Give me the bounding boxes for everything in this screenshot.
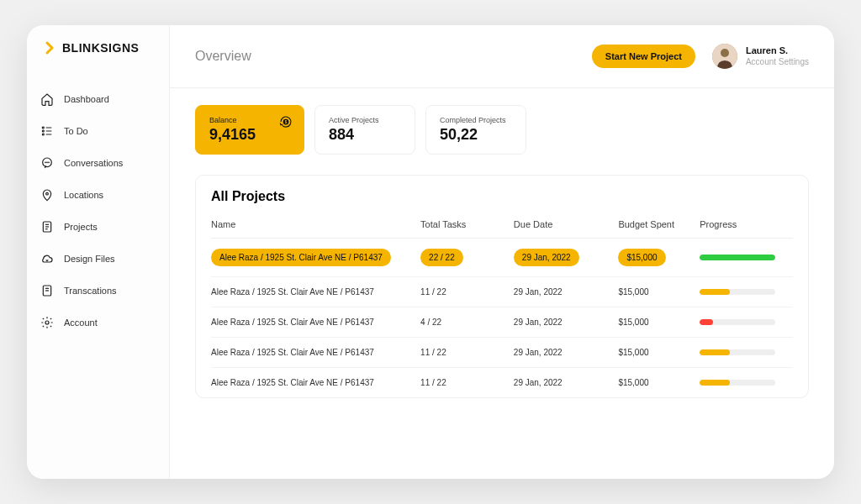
col-tasks: Total Tasks <box>420 213 514 239</box>
cell-budget: $15,000 <box>618 287 648 297</box>
sidebar-item-label: Conversations <box>64 158 123 168</box>
sidebar-item-dashboard[interactable]: Dashboard <box>39 89 157 109</box>
progress-bar <box>700 289 775 295</box>
table-header-row: Name Total Tasks Due Date Budget Spent P… <box>211 213 793 239</box>
progress-fill <box>700 319 713 325</box>
page-title: Overview <box>195 49 251 64</box>
active-projects-card[interactable]: Active Projects 884 <box>314 105 415 155</box>
chat-icon <box>40 156 54 170</box>
cell-budget: $15,000 <box>618 378 648 387</box>
cell-due: 29 Jan, 2022 <box>514 287 563 297</box>
cell-name: Alee Raza / 1925 St. Clair Ave NE / P614… <box>211 287 374 297</box>
sidebar-item-locations[interactable]: Locations <box>39 185 157 205</box>
projects-panel: All Projects Name Total Tasks Due Date B… <box>195 175 809 398</box>
sidebar-item-conversations[interactable]: Conversations <box>39 153 157 173</box>
profile-name: Lauren S. <box>746 45 809 56</box>
progress-fill <box>700 255 775 260</box>
table-row[interactable]: Alee Raza / 1925 St. Clair Ave NE / P614… <box>211 338 793 368</box>
table-row[interactable]: Alee Raza / 1925 St. Clair Ave NE / P614… <box>211 307 793 338</box>
progress-bar <box>700 319 775 325</box>
sidebar-item-account[interactable]: Account <box>39 312 157 333</box>
table-row[interactable]: Alee Raza / 1925 St. Clair Ave NE / P614… <box>211 368 793 398</box>
col-due: Due Date <box>514 213 619 239</box>
cell-due: 29 Jan, 2022 <box>514 378 563 387</box>
topbar-right: Start New Project Lauren S. Account Sett… <box>592 44 809 69</box>
chevron-right-icon <box>42 40 57 55</box>
sidebar-item-label: Transcations <box>64 286 117 296</box>
sidebar-item-to-do[interactable]: To Do <box>39 121 157 141</box>
svg-point-7 <box>45 162 46 163</box>
sidebar-item-projects[interactable]: Projects <box>39 217 157 237</box>
projects-table: Name Total Tasks Due Date Budget Spent P… <box>211 213 793 397</box>
card-label: Active Projects <box>329 116 401 124</box>
svg-point-2 <box>42 134 44 135</box>
sidebar: BLINKSIGNS DashboardTo DoConversationsLo… <box>27 25 170 479</box>
card-value: 884 <box>329 126 401 144</box>
cell-tasks: 11 / 22 <box>420 378 446 387</box>
brand-name: BLINKSIGNS <box>62 41 139 55</box>
sidebar-item-design-files[interactable]: Design Files <box>39 249 157 269</box>
cell-budget: $15,000 <box>618 249 665 266</box>
svg-point-10 <box>46 192 49 195</box>
profile-settings-link: Account Settings <box>746 57 809 67</box>
receipt-icon <box>40 284 54 297</box>
sidebar-item-label: Projects <box>64 222 98 232</box>
cell-name: Alee Raza / 1925 St. Clair Ave NE / P614… <box>211 348 374 357</box>
progress-bar <box>700 349 775 355</box>
sidebar-item-label: Account <box>64 318 98 328</box>
cell-due: 29 Jan, 2022 <box>514 318 563 327</box>
svg-point-8 <box>47 162 48 163</box>
progress-bar <box>700 380 775 386</box>
sidebar-item-label: Locations <box>64 190 103 200</box>
progress-bar <box>700 255 775 260</box>
profile-menu[interactable]: Lauren S. Account Settings <box>712 44 809 69</box>
cell-name: Alee Raza / 1925 St. Clair Ave NE / P614… <box>211 249 391 266</box>
panel-title: All Projects <box>211 189 793 204</box>
main-content: Overview Start New Project Lauren S. Acc… <box>170 25 834 479</box>
refresh-dollar-icon: $ <box>278 114 293 133</box>
topbar: Overview Start New Project Lauren S. Acc… <box>170 25 834 88</box>
cell-name: Alee Raza / 1925 St. Clair Ave NE / P614… <box>211 318 374 327</box>
cloud-icon <box>40 252 54 265</box>
content-area: Balance 9,4165 $ Active Projects 884 Com… <box>170 88 834 479</box>
completed-projects-card[interactable]: Completed Projects 50,22 <box>425 105 526 155</box>
sidebar-item-transcations[interactable]: Transcations <box>39 281 157 301</box>
svg-point-1 <box>42 130 44 132</box>
cell-tasks: 11 / 22 <box>420 287 446 297</box>
table-row[interactable]: Alee Raza / 1925 St. Clair Ave NE / P614… <box>211 239 793 277</box>
profile-text: Lauren S. Account Settings <box>746 45 809 66</box>
cell-tasks: 11 / 22 <box>420 348 446 357</box>
pin-icon <box>40 188 54 202</box>
home-icon <box>40 92 54 106</box>
col-budget: Budget Spent <box>618 213 700 239</box>
nav-list: DashboardTo DoConversationsLocationsProj… <box>39 89 157 333</box>
card-label: Completed Projects <box>440 116 512 124</box>
progress-fill <box>700 349 730 355</box>
cell-tasks: 22 / 22 <box>420 249 463 266</box>
col-name: Name <box>211 213 420 239</box>
cell-budget: $15,000 <box>618 318 648 327</box>
svg-point-18 <box>45 321 49 324</box>
brand-logo[interactable]: BLINKSIGNS <box>39 40 157 55</box>
progress-fill <box>700 289 730 295</box>
stats-cards: Balance 9,4165 $ Active Projects 884 Com… <box>195 105 809 155</box>
start-new-project-button[interactable]: Start New Project <box>592 45 695 68</box>
progress-fill <box>700 380 730 386</box>
cell-due: 29 Jan, 2022 <box>514 348 563 357</box>
list-icon <box>40 124 54 138</box>
app-window: BLINKSIGNS DashboardTo DoConversationsLo… <box>27 25 834 479</box>
cell-tasks: 4 / 22 <box>420 318 441 327</box>
balance-card[interactable]: Balance 9,4165 $ <box>195 105 304 155</box>
sidebar-item-label: Design Files <box>64 254 115 264</box>
doc-icon <box>40 220 54 234</box>
table-row[interactable]: Alee Raza / 1925 St. Clair Ave NE / P614… <box>211 277 793 307</box>
svg-point-20 <box>721 49 729 57</box>
cell-budget: $15,000 <box>618 348 648 357</box>
sidebar-item-label: To Do <box>64 126 88 136</box>
cell-name: Alee Raza / 1925 St. Clair Ave NE / P614… <box>211 378 374 387</box>
cell-due: 29 Jan, 2022 <box>514 249 579 266</box>
projects-tbody: Alee Raza / 1925 St. Clair Ave NE / P614… <box>211 239 793 398</box>
sidebar-item-label: Dashboard <box>64 94 109 104</box>
card-value: 50,22 <box>440 126 512 144</box>
gear-icon <box>40 316 54 329</box>
